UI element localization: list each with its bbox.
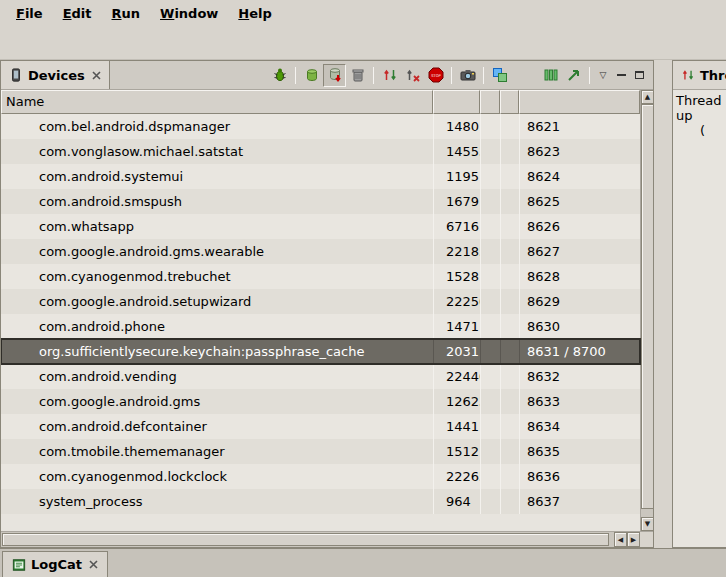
process-port: 8632 [519,364,640,389]
device-icon [9,68,23,82]
column-header-pid[interactable] [433,90,480,114]
horizontal-scrollbar-thumb[interactable] [2,533,609,546]
process-table: Name com.bel.android.dspmanager14808621 … [1,90,653,531]
process-port: 8623 [519,139,640,164]
panel-splitter[interactable] [654,60,672,548]
process-name: com.google.android.gms.wearable [1,239,433,264]
vertical-scrollbar-thumb[interactable] [641,104,653,509]
devices-toolbar: STOP [268,61,653,89]
process-name: com.cyanogenmod.lockclock [1,464,433,489]
threads-message-line2: ( [676,123,723,138]
column-header-port[interactable] [519,90,640,114]
process-pid: 20311 [433,339,480,364]
debug-icon[interactable] [268,64,291,87]
horizontal-scrollbar-track[interactable] [1,532,614,547]
process-pid: 14411 [433,414,480,439]
process-name: com.cyanogenmod.trebuchet [1,264,433,289]
table-row[interactable]: com.android.smspush16798625 [1,189,640,214]
table-row[interactable]: com.google.android.gms.wearable221858627 [1,239,640,264]
close-icon[interactable] [92,71,101,80]
cell-spacer [480,364,500,389]
process-port: 8624 [519,164,640,189]
menu-help[interactable]: Help [228,3,281,24]
horizontal-scrollbar[interactable]: ◀ ▶ [1,531,653,547]
process-pid: 22250 [433,289,480,314]
svg-text:STOP: STOP [431,74,441,78]
cell-spacer [500,339,519,364]
cell-spacer [480,189,500,214]
cell-spacer [480,489,500,514]
scroll-left-icon[interactable]: ◀ [614,532,627,547]
scroll-down-icon[interactable]: ▼ [641,517,653,531]
threads-icon [681,68,695,82]
menu-window[interactable]: Window [150,3,228,24]
table-row[interactable]: com.android.defcontainer144118634 [1,414,640,439]
toolbar-separator [483,67,484,84]
table-row[interactable]: com.bel.android.dspmanager14808621 [1,114,640,139]
menubar: File Edit Run Window Help [0,0,726,26]
cell-spacer [480,464,500,489]
view-hierarchy-icon[interactable] [488,64,511,87]
process-port: 8630 [519,314,640,339]
process-port: 8635 [519,439,640,464]
column-header-spacer[interactable] [480,90,500,114]
menu-run[interactable]: Run [102,3,151,24]
table-row[interactable]: com.vonglasow.michael.satstat145538623 [1,139,640,164]
start-profiling-icon[interactable] [539,64,562,87]
cell-spacer [480,414,500,439]
devices-panel: Devices [0,60,654,548]
close-icon[interactable] [89,560,98,569]
process-port: 8626 [519,214,640,239]
table-row[interactable]: com.whatsapp67168626 [1,214,640,239]
table-row[interactable]: com.google.android.gms126238633 [1,389,640,414]
process-pid: 964 [433,489,480,514]
menu-edit[interactable]: Edit [53,3,102,24]
process-name: com.android.smspush [1,189,433,214]
table-row[interactable]: com.android.systemui11958624 [1,164,640,189]
tab-devices-label: Devices [28,68,85,83]
table-row[interactable]: system_process9648637 [1,489,640,514]
process-pid: 1679 [433,189,480,214]
process-pid: 22185 [433,239,480,264]
table-row[interactable]: com.google.android.setupwizard222508629 [1,289,640,314]
update-heap-icon[interactable] [300,64,323,87]
column-header-name[interactable]: Name [1,90,433,114]
profiling-arrow-icon[interactable] [562,64,585,87]
column-header-spacer[interactable] [500,90,519,114]
process-pid: 14553 [433,139,480,164]
scroll-right-icon[interactable]: ▶ [627,532,640,547]
cell-spacer [480,439,500,464]
table-row[interactable]: com.cyanogenmod.trebuchet15288628 [1,264,640,289]
table-row[interactable]: com.android.vending224408632 [1,364,640,389]
refresh-threads-icon[interactable] [401,64,424,87]
app-toolbar [0,26,726,60]
menu-file[interactable]: File [6,3,53,24]
process-name: com.android.phone [1,314,433,339]
view-menu-icon[interactable]: ▽ [594,66,612,84]
table-row[interactable]: com.tmobile.thememanager15128635 [1,439,640,464]
screen-capture-icon[interactable] [456,64,479,87]
process-name: com.google.android.setupwizard [1,289,433,314]
scroll-up-icon[interactable]: ▲ [641,90,653,104]
tab-logcat[interactable]: LogCat [2,551,108,577]
dump-hprof-icon[interactable] [323,64,346,87]
table-row[interactable]: com.android.phone14718630 [1,314,640,339]
tab-logcat-label: LogCat [31,557,82,572]
tab-devices[interactable]: Devices [1,61,110,89]
vertical-scrollbar[interactable]: ▲ ▼ [640,90,653,531]
devices-panel-header: Devices [1,61,653,90]
process-pid: 22440 [433,364,480,389]
process-name: system_process [1,489,433,514]
cell-spacer [500,139,519,164]
table-row-selected[interactable]: org.sufficientlysecure.keychain:passphra… [1,339,640,364]
tab-threads[interactable]: Threads [673,61,726,89]
maximize-icon[interactable] [630,66,648,84]
update-threads-icon[interactable] [378,64,401,87]
table-row[interactable]: com.cyanogenmod.lockclock222658636 [1,464,640,489]
cause-gc-icon[interactable] [346,64,369,87]
cell-spacer [500,164,519,189]
stop-process-icon[interactable]: STOP [424,64,447,87]
process-name: com.vonglasow.michael.satstat [1,139,433,164]
minimize-icon[interactable] [612,66,630,84]
process-pid: 1512 [433,439,480,464]
